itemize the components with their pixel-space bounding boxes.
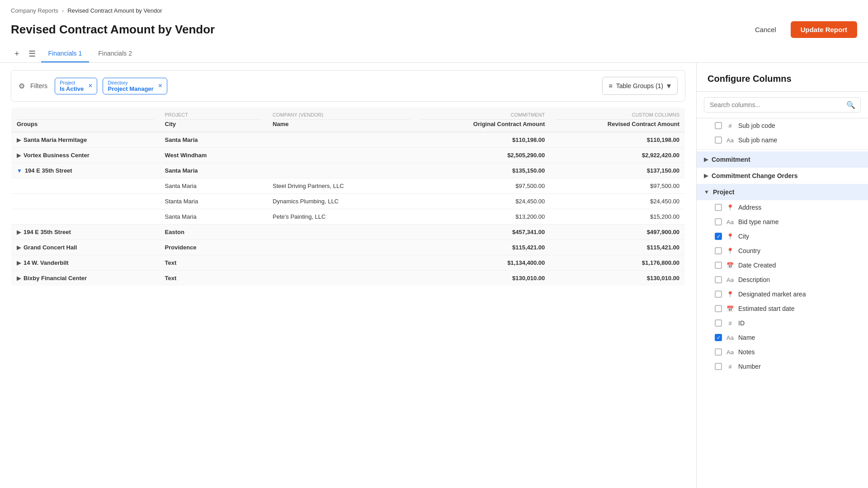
page-title: Revised Contract Amount by Vendor	[11, 23, 215, 37]
table-cell-revised: $497,900.00	[550, 225, 685, 240]
filter-icon: ⚙	[19, 82, 25, 90]
add-tab-button[interactable]: +	[11, 46, 23, 62]
filter-tag-project-bottom: Is Active	[60, 85, 84, 92]
config-search-container: 🔍	[697, 92, 868, 118]
breadcrumb-parent[interactable]: Company Reports	[11, 7, 58, 14]
expand-down-icon[interactable]: ▼	[17, 168, 22, 174]
config-search-input[interactable]	[704, 97, 861, 113]
table-cell-city: Santa Maria	[160, 209, 268, 225]
checkbox-address[interactable]	[715, 204, 722, 211]
section-header-commitment[interactable]: ▶ Commitment	[697, 151, 868, 168]
filter-tag-directory-bottom: Project Manager	[108, 85, 153, 92]
table-cell-original: $24,450.00	[415, 194, 550, 209]
config-item-date-created[interactable]: 📅 Date Created	[697, 258, 868, 272]
checkbox-notes[interactable]	[715, 348, 722, 356]
checkbox-est-start[interactable]	[715, 305, 722, 312]
checkbox-name[interactable]	[715, 334, 722, 341]
icon-id: #	[726, 320, 734, 327]
section-header-project[interactable]: ▼ Project	[697, 184, 868, 200]
table-cell-original: $97,500.00	[415, 178, 550, 194]
config-item-address[interactable]: 📍 Address	[697, 200, 868, 215]
cancel-button[interactable]: Cancel	[748, 22, 783, 37]
table-cell-original: $135,150.00	[415, 163, 550, 178]
header-actions: Cancel Update Report	[748, 21, 857, 38]
col-groups-label	[17, 112, 154, 120]
filter-bar: ⚙ Filters Project Is Active × Directory …	[11, 70, 685, 102]
filter-tag-directory-pm[interactable]: Directory Project Manager ×	[103, 78, 167, 94]
checkbox-number[interactable]	[715, 363, 722, 370]
table-cell-name: ▶Santa Maria Hermitage	[11, 132, 160, 148]
label-id: ID	[738, 319, 745, 327]
icon-number: #	[726, 363, 734, 370]
config-item-city[interactable]: 📍 City	[697, 229, 868, 244]
config-item-bid-type[interactable]: Aa Bid type name	[697, 215, 868, 229]
config-item-sjc[interactable]: # Sub job code	[697, 118, 868, 133]
table-cell-city: Easton	[160, 225, 268, 240]
checkbox-date-created[interactable]	[715, 262, 722, 269]
icon-address: 📍	[726, 204, 734, 211]
tab-financials-1[interactable]: Financials 1	[41, 45, 90, 62]
expand-right-icon[interactable]: ▶	[17, 152, 21, 159]
config-columns-list: # Sub job code Aa Sub job name ▶ Commitm…	[697, 118, 868, 488]
checkbox-id[interactable]	[715, 319, 722, 327]
filter-tag-project-close[interactable]: ×	[88, 82, 92, 90]
icon-dma: 📍	[726, 291, 734, 298]
config-item-notes[interactable]: Aa Notes	[697, 345, 868, 359]
config-item-est-start[interactable]: 📅 Estimated start date	[697, 301, 868, 316]
checkbox-dma[interactable]	[715, 291, 722, 298]
table-cell-revised: $1,176,800.00	[550, 255, 685, 271]
table-cell-original: $457,341.00	[415, 225, 550, 240]
label-est-start: Estimated start date	[738, 305, 795, 312]
label-name: Name	[738, 334, 755, 341]
breadcrumb: Company Reports › Revised Contract Amoun…	[0, 0, 868, 18]
config-item-number[interactable]: # Number	[697, 359, 868, 374]
expand-right-icon[interactable]: ▶	[17, 260, 21, 266]
config-item-name[interactable]: Aa Name	[697, 330, 868, 345]
checkbox-description[interactable]	[715, 276, 722, 283]
config-item-id[interactable]: # ID	[697, 316, 868, 330]
col-project-sub: City	[165, 121, 262, 127]
checkbox-country[interactable]	[715, 247, 722, 254]
expand-right-icon[interactable]: ▶	[17, 229, 21, 235]
update-report-button[interactable]: Update Report	[791, 21, 857, 38]
checkbox-sjn[interactable]	[715, 136, 722, 144]
page-header: Revised Contract Amount by Vendor Cancel…	[0, 18, 868, 45]
checkbox-bid-type[interactable]	[715, 218, 722, 225]
filter-tag-project-top: Project	[60, 80, 84, 85]
config-item-sjn[interactable]: Aa Sub job name	[697, 133, 868, 147]
table-groups-button[interactable]: ≡ Table Groups (1) ▾	[602, 77, 678, 95]
filter-tag-directory-top: Directory	[108, 80, 153, 85]
tab-financials-2[interactable]: Financials 2	[91, 45, 139, 62]
table-cell-name	[11, 209, 160, 225]
expand-right-icon[interactable]: ▶	[17, 244, 21, 251]
section-label-commitment: Commitment	[712, 156, 750, 163]
checkbox-sjc[interactable]	[715, 122, 722, 129]
config-item-dma[interactable]: 📍 Designated market area	[697, 287, 868, 301]
table-cell-vendor	[267, 255, 415, 271]
table-cell-original: $115,421.00	[415, 240, 550, 255]
icon-date-created: 📅	[726, 262, 734, 269]
table-cell-city: Santa Maria	[160, 132, 268, 148]
filter-tag-directory-close[interactable]: ×	[158, 82, 162, 90]
tab-menu-button[interactable]: ☰	[25, 45, 39, 62]
report-panel: ⚙ Filters Project Is Active × Directory …	[0, 63, 696, 488]
config-item-country[interactable]: 📍 Country	[697, 244, 868, 258]
configure-columns-panel: Configure Columns 🔍 # Sub job code Aa Su…	[696, 63, 868, 488]
col-commitment-label: Commitment	[421, 112, 545, 120]
section-label-project: Project	[713, 188, 734, 196]
config-item-description[interactable]: Aa Description	[697, 272, 868, 287]
table-cell-vendor: Pete's Painting, LLC	[267, 209, 415, 225]
label-number: Number	[738, 363, 761, 370]
label-description: Description	[738, 276, 770, 283]
chevron-right-icon-co: ▶	[704, 173, 708, 179]
col-custom-label: Custom Columns	[556, 112, 679, 120]
table-cell-vendor	[267, 225, 415, 240]
expand-right-icon[interactable]: ▶	[17, 275, 21, 282]
section-header-commitment-co[interactable]: ▶ Commitment Change Orders	[697, 168, 868, 184]
filter-tag-project-active[interactable]: Project Is Active ×	[55, 78, 97, 94]
table-cell-city: Santa Maria	[160, 178, 268, 194]
checkbox-city[interactable]	[715, 233, 722, 240]
table-groups-label: Table Groups (1)	[616, 82, 663, 89]
expand-right-icon[interactable]: ▶	[17, 137, 21, 143]
table-cell-original: $1,134,400.00	[415, 255, 550, 271]
